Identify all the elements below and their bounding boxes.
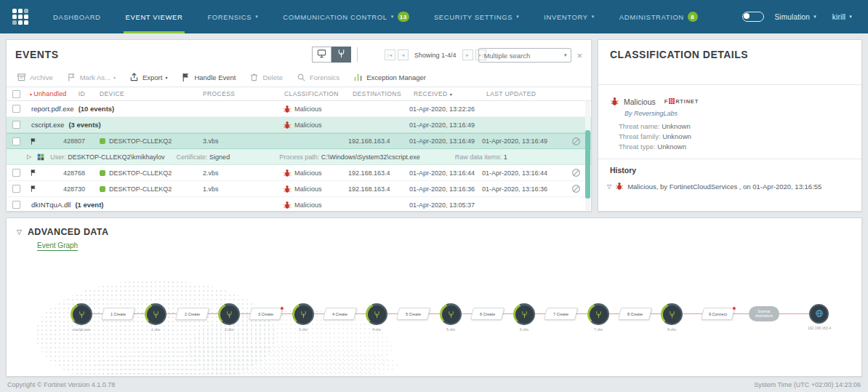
column-last-updated[interactable]: LAST UPDATED <box>481 90 560 97</box>
column-received[interactable]: RECEIVED ▾ <box>408 90 481 97</box>
graph-node-circle[interactable] <box>145 303 166 325</box>
graph-node-circle[interactable] <box>366 303 387 325</box>
column-unhandled[interactable]: ▾ Unhandled <box>30 90 67 97</box>
graph-node-circle[interactable] <box>440 303 462 325</box>
malicious-bug-icon <box>283 121 292 129</box>
graph-node-circle[interactable] <box>661 303 683 325</box>
history-title: History <box>610 166 861 175</box>
delete-button[interactable]: Delete <box>249 73 282 82</box>
event-group-row[interactable]: report.pdf.exe(10 events) Malicious 01-A… <box>7 101 591 117</box>
row-checkbox[interactable] <box>12 121 20 129</box>
export-button[interactable]: Export▾ <box>129 73 167 82</box>
event-group-row[interactable]: cscript.exe(3 events) Malicious 01-Apr-2… <box>7 117 591 133</box>
graph-process-node: cscript.exe <box>71 303 92 325</box>
graph-node-circle[interactable] <box>809 304 829 324</box>
graph-edge-label[interactable]: 6 Create <box>470 308 505 320</box>
events-panel: EVENTS |◄ ◄ Showing 1-4/4 ► ►| Multiple … <box>6 39 592 212</box>
event-row[interactable]: 428768 DESKTOP-CLLEKQ2 2.vbs Malicious 1… <box>7 165 591 181</box>
row-checkbox-cell <box>7 121 25 129</box>
graph-edge-label[interactable]: 9 Connect <box>701 308 735 320</box>
block-icon[interactable] <box>571 184 581 193</box>
destinations-cell: 192.168.163.4 <box>347 137 408 145</box>
block-icon[interactable] <box>571 168 581 177</box>
received-cell: 01-Apr-2020, 13:16:49 <box>408 137 481 145</box>
nav-item-dashboard[interactable]: DASHBOARD <box>41 0 113 33</box>
simulation-menu[interactable]: Simulation ▾ <box>768 13 821 21</box>
nav-item-security-settings[interactable]: SECURITY SETTINGS▾ <box>422 0 531 33</box>
toolbar-button-label: Mark As... <box>80 73 110 81</box>
nav-item-forensics[interactable]: FORENSICS▾ <box>195 0 270 33</box>
forensics-button[interactable]: Forensics <box>297 73 339 82</box>
alert-dot <box>732 306 736 311</box>
delete-icon <box>249 73 259 82</box>
column-device[interactable]: DEVICE <box>94 90 197 97</box>
archive-button[interactable]: Archive <box>17 73 53 82</box>
nav-item-event-viewer[interactable]: EVENT VIEWER <box>113 0 196 33</box>
chevron-down-icon: ▾ <box>592 14 595 20</box>
graph-edge-label[interactable]: 4 Create <box>323 308 357 320</box>
graph-edge-label[interactable]: 1 Create <box>101 308 135 320</box>
graph-node-circle[interactable] <box>71 303 92 325</box>
search-input[interactable]: Multiple search ▾ <box>478 48 571 63</box>
graph-edge-label[interactable]: 3 Create <box>249 308 283 320</box>
classification-fields: Threat name: UnknownThreat family: Unkno… <box>619 122 861 151</box>
graph-node-label: 8.vbs <box>646 327 697 332</box>
graph-process-node: 6.vbs <box>513 303 535 325</box>
row-checkbox[interactable] <box>12 185 20 193</box>
graph-node-circle[interactable] <box>292 303 314 325</box>
tab-event-graph[interactable]: Event Graph <box>37 241 78 251</box>
event-row[interactable]: 428730 DESKTOP-CLLEKQ2 1.vbs Malicious 1… <box>7 181 591 197</box>
pager-prev-button[interactable]: ◄ <box>398 49 409 60</box>
graph-edge-label[interactable]: 7 Create <box>544 308 578 320</box>
device-view-button[interactable] <box>312 47 331 63</box>
graph-edge-label[interactable]: 5 Create <box>396 308 430 320</box>
process-icon <box>447 311 455 319</box>
row-checkbox[interactable] <box>12 105 20 113</box>
event-row[interactable]: 428807 DESKTOP-CLLEKQ2 3.vbs 192.168.163… <box>7 133 591 149</box>
row-checkbox[interactable] <box>12 201 20 209</box>
column-process[interactable]: PROCESS <box>197 90 278 97</box>
history-entry-text: Malicious, by FortinetCloudServices , on… <box>627 183 821 191</box>
exception-manager-icon <box>353 73 363 82</box>
nav-item-inventory[interactable]: INVENTORY▾ <box>531 0 607 33</box>
process-icon <box>595 311 603 319</box>
simulation-toggle[interactable] <box>742 12 764 22</box>
graph-node-circle[interactable] <box>513 303 535 325</box>
pager-next-button[interactable]: ► <box>462 49 473 60</box>
event-detail-row[interactable]: ▷ User: DESKTOP-CLLEKQ2\kmikhaylovCertif… <box>7 149 591 165</box>
exception-manager-button[interactable]: Exception Manager <box>353 73 426 82</box>
mark-as-button[interactable]: Mark As...▾ <box>67 73 116 82</box>
row-checkbox[interactable] <box>12 169 20 177</box>
select-all-checkbox[interactable] <box>12 90 20 98</box>
reversinglabs-link[interactable]: By ReversingLabs <box>624 110 861 117</box>
column-classification[interactable]: CLASSIFICATION <box>278 90 347 97</box>
graph-node-label: 7.vbs <box>573 327 624 332</box>
graph-node-circle[interactable] <box>218 303 240 325</box>
graph-edge-label[interactable]: 8 Create <box>618 308 652 320</box>
advanced-data-header[interactable]: ▽ ADVANCED DATA <box>17 227 861 237</box>
nav-item-administration[interactable]: ADMINISTRATION8 <box>607 0 710 33</box>
expander-icon[interactable]: ▷ <box>27 153 31 160</box>
pager-first-button[interactable]: |◄ <box>385 49 395 60</box>
user-menu[interactable]: kirill ▾ <box>827 13 858 21</box>
event-group-row[interactable]: dkINTquA.dll(1 event) Malicious 01-Apr-2… <box>7 197 591 212</box>
column-id[interactable]: ID <box>79 90 85 97</box>
clear-search-icon[interactable]: × <box>576 51 582 60</box>
graph-edge-label[interactable]: 2 Create <box>175 308 209 320</box>
graph-node-circle[interactable] <box>587 303 609 325</box>
flag-icon <box>181 73 190 82</box>
event-id: 428807 <box>63 137 85 145</box>
destinations-cell: 192.168.163.4 <box>347 185 408 193</box>
scrollbar-thumb[interactable] <box>585 130 590 199</box>
nav-item-label: COMMUNICATION CONTROL <box>283 13 387 21</box>
history-entry[interactable]: ▽ Malicious, by FortinetCloudServices , … <box>607 182 861 191</box>
handle-event-button[interactable]: Handle Event <box>181 73 236 82</box>
unhandled-flag-icon <box>30 185 37 193</box>
nav-item-communication-control[interactable]: COMMUNICATION CONTROL▾13 <box>270 0 422 33</box>
block-icon[interactable] <box>571 137 581 146</box>
process-view-button[interactable] <box>331 47 351 63</box>
fortiedr-logo[interactable] <box>0 0 41 33</box>
row-checkbox[interactable] <box>12 137 20 145</box>
column-destinations[interactable]: DESTINATIONS <box>347 90 408 97</box>
graph-external-node[interactable]: External destinations <box>749 306 779 321</box>
